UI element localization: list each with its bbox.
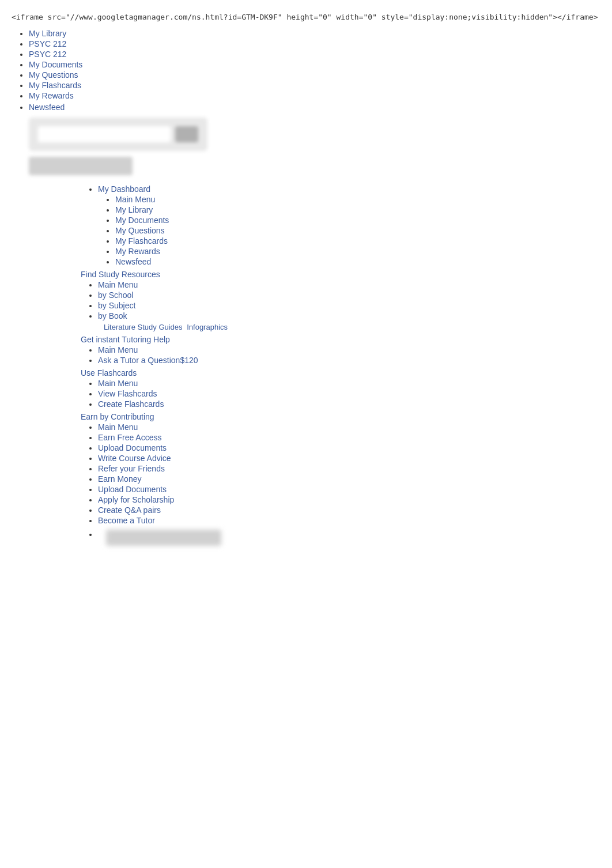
earn-free-access[interactable]: Earn Free Access (98, 433, 600, 442)
earn-money-link[interactable]: Earn Money (98, 474, 141, 484)
nav-item-newsfeed[interactable]: Newsfeed (29, 103, 600, 112)
tutoring-ask-tutor-link[interactable]: Ask a Tutor a Question$120 (98, 356, 198, 365)
sub-newsfeed[interactable]: Newsfeed (115, 257, 600, 266)
search-button-blurred[interactable] (175, 126, 198, 142)
upload-documents-link-2[interactable]: Upload Documents (98, 485, 167, 494)
find-study-by-subject[interactable]: by Subject (98, 301, 600, 310)
refer-friends-link[interactable]: Refer your Friends (98, 464, 165, 473)
nav-link-newsfeed[interactable]: Newsfeed (29, 103, 65, 112)
last-blurred-section (81, 530, 600, 546)
login-button-blurred[interactable] (29, 157, 133, 175)
upload-documents-2[interactable]: Upload Documents (98, 485, 600, 494)
find-study-main-menu[interactable]: Main Menu (98, 280, 600, 289)
sub-main-menu-1[interactable]: Main Menu (115, 195, 600, 204)
find-study-by-school[interactable]: by School (98, 290, 600, 300)
infographics-link[interactable]: Infographics (187, 323, 228, 331)
tutoring-ask-tutor[interactable]: Ask a Tutor a Question$120 (98, 356, 600, 365)
tutoring-link[interactable]: Get instant Tutoring Help (81, 335, 170, 344)
find-study-link[interactable]: Find Study Resources (81, 270, 160, 279)
flashcards-main-menu-link[interactable]: Main Menu (98, 379, 138, 388)
my-dashboard-item[interactable]: My Dashboard Main Menu My Library My Doc… (98, 184, 600, 266)
find-study-by-subject-link[interactable]: by Subject (98, 301, 135, 310)
create-flashcards[interactable]: Create Flashcards (98, 399, 600, 409)
create-qa-pairs-link[interactable]: Create Q&A pairs (98, 505, 161, 515)
upload-documents-link-1[interactable]: Upload Documents (98, 443, 167, 452)
sub-link-my-questions[interactable]: My Questions (115, 226, 165, 235)
flashcards-link[interactable]: Use Flashcards (81, 368, 137, 378)
sub-link-main-menu-1[interactable]: Main Menu (115, 195, 155, 204)
sub-my-rewards[interactable]: My Rewards (115, 247, 600, 256)
view-flashcards-link[interactable]: View Flashcards (98, 389, 157, 398)
create-qa-pairs[interactable]: Create Q&A pairs (98, 505, 600, 515)
earn-contributing-sub-list: Main Menu Earn Free Access Upload Docume… (81, 422, 600, 525)
blurred-search-container (29, 118, 600, 175)
earn-contributing-section: Earn by Contributing Main Menu Earn Free… (81, 412, 600, 525)
tutoring-main-menu[interactable]: Main Menu (98, 345, 600, 354)
earn-main-menu[interactable]: Main Menu (98, 422, 600, 432)
find-study-by-book-link[interactable]: by Book (98, 311, 127, 320)
create-flashcards-link[interactable]: Create Flashcards (98, 399, 164, 409)
flashcards-header[interactable]: Use Flashcards (81, 368, 600, 378)
nav-link-my-library[interactable]: My Library (29, 29, 66, 38)
nav-item-my-rewards[interactable]: My Rewards (29, 91, 600, 100)
nav-item-my-flashcards[interactable]: My Flashcards (29, 81, 600, 90)
newsfeed-list: Newsfeed (12, 103, 600, 112)
write-course-advice-link[interactable]: Write Course Advice (98, 454, 171, 463)
sub-my-documents[interactable]: My Documents (115, 216, 600, 225)
nav-item-psyc-212-2[interactable]: PSYC 212 (29, 50, 600, 59)
sub-my-questions[interactable]: My Questions (115, 226, 600, 235)
nav-link-my-questions[interactable]: My Questions (29, 70, 78, 80)
find-study-by-school-link[interactable]: by School (98, 290, 133, 300)
earn-contributing-link[interactable]: Earn by Contributing (81, 412, 154, 421)
literature-study-guides-link[interactable]: Literature Study Guides (104, 323, 183, 331)
find-study-section: Find Study Resources Main Menu by School… (81, 270, 600, 331)
become-tutor-link[interactable]: Become a Tutor (98, 516, 155, 525)
find-study-by-book[interactable]: by Book (98, 311, 600, 320)
earn-main-menu-link[interactable]: Main Menu (98, 422, 138, 432)
find-study-main-menu-link[interactable]: Main Menu (98, 280, 138, 289)
apply-scholarship[interactable]: Apply for Scholarship (98, 495, 600, 504)
upload-documents-1[interactable]: Upload Documents (98, 443, 600, 452)
nav-item-my-documents[interactable]: My Documents (29, 60, 600, 69)
nav-link-psyc-212-1[interactable]: PSYC 212 (29, 39, 66, 48)
sub-link-my-library[interactable]: My Library (115, 205, 153, 214)
write-course-advice[interactable]: Write Course Advice (98, 454, 600, 463)
view-flashcards[interactable]: View Flashcards (98, 389, 600, 398)
find-study-header[interactable]: Find Study Resources (81, 270, 600, 279)
main-nav-area: My Dashboard Main Menu My Library My Doc… (81, 184, 600, 546)
search-box[interactable] (29, 118, 207, 151)
sub-link-my-rewards[interactable]: My Rewards (115, 247, 160, 256)
earn-free-access-link[interactable]: Earn Free Access (98, 433, 162, 442)
earn-contributing-header[interactable]: Earn by Contributing (81, 412, 600, 421)
apply-scholarship-link[interactable]: Apply for Scholarship (98, 495, 174, 504)
my-dashboard-sub-list: Main Menu My Library My Documents My Que… (98, 195, 600, 266)
refer-friends[interactable]: Refer your Friends (98, 464, 600, 473)
earn-money[interactable]: Earn Money (98, 474, 600, 484)
flashcards-section: Use Flashcards Main Menu View Flashcards… (81, 368, 600, 409)
sub-my-library[interactable]: My Library (115, 205, 600, 214)
sub-link-newsfeed[interactable]: Newsfeed (115, 257, 151, 266)
flashcards-sub-list: Main Menu View Flashcards Create Flashca… (81, 379, 600, 409)
iframe-tag-text: <iframe src="//www.googletagmanager.com/… (12, 12, 600, 23)
my-dashboard-section: My Dashboard Main Menu My Library My Doc… (81, 184, 600, 266)
nav-link-my-rewards[interactable]: My Rewards (29, 91, 74, 100)
sub-my-flashcards[interactable]: My Flashcards (115, 236, 600, 246)
sub-link-my-flashcards[interactable]: My Flashcards (115, 236, 168, 246)
tutoring-sub-list: Main Menu Ask a Tutor a Question$120 (81, 345, 600, 365)
nav-item-my-library[interactable]: My Library (29, 29, 600, 38)
top-section: <iframe src="//www.googletagmanager.com/… (12, 12, 600, 175)
tutoring-header[interactable]: Get instant Tutoring Help (81, 335, 600, 344)
nav-item-my-questions[interactable]: My Questions (29, 70, 600, 80)
flashcards-main-menu[interactable]: Main Menu (98, 379, 600, 388)
nav-link-psyc-212-2[interactable]: PSYC 212 (29, 50, 66, 59)
search-input-blurred[interactable] (38, 126, 171, 142)
nav-link-my-flashcards[interactable]: My Flashcards (29, 81, 81, 90)
nav-link-my-documents[interactable]: My Documents (29, 60, 82, 69)
nav-item-psyc-212-1[interactable]: PSYC 212 (29, 39, 600, 48)
sub-link-my-documents[interactable]: My Documents (115, 216, 169, 225)
find-study-sub-list: Main Menu by School by Subject by Book (81, 280, 600, 320)
tutoring-main-menu-link[interactable]: Main Menu (98, 345, 138, 354)
inline-study-links: Literature Study Guides Infographics (104, 323, 600, 331)
my-dashboard-link[interactable]: My Dashboard (98, 184, 150, 194)
become-tutor[interactable]: Become a Tutor (98, 516, 600, 525)
